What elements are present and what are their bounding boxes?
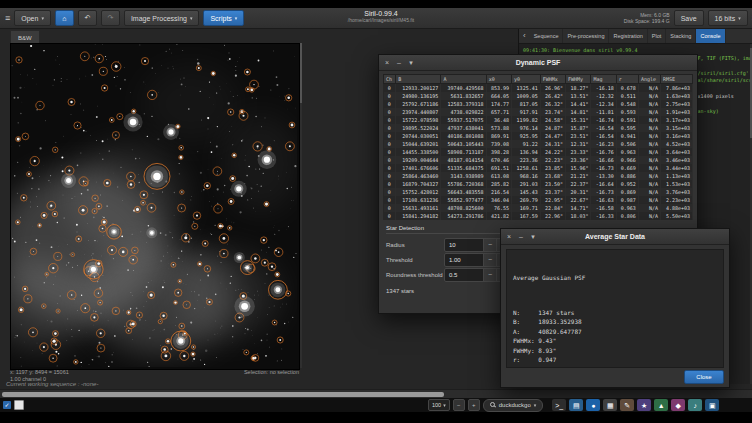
avg-field: B: 18933.352938 — [513, 317, 717, 327]
table-row[interactable]: 015722.07859855937.51707536.481199.8224.… — [384, 116, 693, 124]
dynamic-psf-titlebar[interactable]: × – ▾ Dynamic PSF — [379, 55, 697, 71]
dynamic-psf-title: Dynamic PSF — [379, 59, 697, 66]
column-header[interactable]: A — [441, 75, 486, 84]
files-icon[interactable]: ▤ — [569, 399, 583, 411]
apps-grid-icon[interactable]: ▦ — [603, 399, 617, 411]
show-desktop-icon[interactable]: ▣ — [705, 399, 719, 411]
window-menu-icon[interactable]: ▾ — [407, 59, 415, 66]
roundness-decrement-button[interactable]: − — [483, 269, 496, 281]
radius-value[interactable]: 10 — [445, 239, 483, 251]
minimize-icon[interactable]: – — [395, 59, 403, 66]
avg-field: A: 40829.647787 — [513, 327, 717, 337]
column-header[interactable]: Angle — [638, 75, 660, 84]
taskbar-search[interactable]: duckduckgo ▾ — [483, 399, 544, 412]
tab-console[interactable]: Console — [696, 28, 725, 43]
zoom-out-button[interactable]: − — [453, 399, 465, 411]
column-header[interactable]: FWHMy — [566, 75, 591, 84]
table-row[interactable]: 014455.33850058908.713187398.28136.9424.… — [384, 148, 693, 156]
taskbar-icons: >_▤●▦✎★▲◆♪▣ — [552, 399, 719, 411]
average-star-data-titlebar[interactable]: × – ▾ Average Star Data — [501, 229, 729, 245]
table-row[interactable]: 017108.63123655852.977477346.04269.7922.… — [384, 196, 693, 204]
column-header[interactable]: y0 — [512, 75, 541, 84]
channel-tab-bw[interactable]: B&W — [10, 30, 40, 44]
column-header[interactable]: Mag — [591, 75, 616, 84]
photos-icon[interactable]: ◆ — [671, 399, 685, 411]
average-star-data-body: Average Gaussian PSF N: 1347 starsB: 189… — [506, 249, 724, 368]
preview-checkbox-checked[interactable]: ✓ — [3, 401, 11, 409]
zoom-in-button[interactable]: + — [468, 399, 480, 411]
starfield-image[interactable] — [11, 44, 297, 367]
roundness-value[interactable]: 0.5 — [445, 269, 483, 281]
column-header[interactable]: r — [616, 75, 638, 84]
table-row[interactable]: 020744.03005140186.801088869.91925.9524.… — [384, 132, 693, 140]
terminal-icon[interactable]: >_ — [552, 399, 566, 411]
chart-icon[interactable]: ▲ — [654, 399, 668, 411]
redo-button[interactable]: ↷ — [101, 10, 120, 26]
table-row[interactable]: 023974.4408074738.029822657.71917.9123.7… — [384, 108, 693, 116]
siril-icon[interactable]: ★ — [637, 399, 651, 411]
chevron-down-icon: ▾ — [235, 15, 238, 21]
save-button-label: Save — [681, 15, 697, 22]
disk-info: Disk Space: 199.4 G — [624, 18, 670, 24]
column-header[interactable]: x0 — [486, 75, 511, 84]
column-header[interactable]: FWHMx — [540, 75, 565, 84]
zoom-entry[interactable]: 100 ▾ — [428, 399, 450, 411]
table-row[interactable]: 016879.70432755786.720368285.82291.0323.… — [384, 180, 693, 188]
channel-tab-label: B&W — [18, 35, 32, 41]
threshold-value[interactable]: 1.00 — [445, 254, 483, 266]
close-button[interactable]: Close — [684, 370, 724, 384]
image-processing-menu-button[interactable]: Image Processing ▾ — [124, 10, 200, 26]
table-row[interactable]: 017401.67660651335.684375691.511258.6123… — [384, 164, 693, 172]
open-button[interactable]: Open ▾ — [14, 10, 51, 26]
table-row[interactable]: 024980.1361955631.832657664.051009.0526.… — [384, 92, 693, 100]
close-icon[interactable]: × — [505, 233, 513, 240]
radius-decrement-button[interactable]: − — [483, 239, 496, 251]
scripts-menu-button[interactable]: Scripts ▾ — [203, 10, 244, 26]
avg-field: Angle: 0.00 deg — [513, 365, 717, 369]
column-header[interactable]: RMSE — [660, 75, 692, 84]
undo-icon: ↶ — [84, 14, 90, 22]
music-icon[interactable]: ♪ — [688, 399, 702, 411]
working-sequence-status: Current working sequence : -none- — [6, 381, 98, 387]
back-arrow-icon[interactable]: ‹ — [519, 28, 530, 43]
browser-icon[interactable]: ● — [586, 399, 600, 411]
column-header[interactable]: B — [396, 75, 441, 84]
table-row[interactable]: 015631.49316148708.82560076.55169.7122.8… — [384, 204, 693, 212]
search-icon — [490, 402, 496, 408]
chevron-down-icon: ▾ — [534, 402, 537, 408]
table-row[interactable]: 012933.20012739740.429568853.991325.4126… — [384, 84, 693, 93]
table-row[interactable]: 025864.4634603143.938989613.08968.1623.6… — [384, 172, 693, 180]
close-icon[interactable]: × — [383, 59, 391, 66]
image-viewport[interactable] — [10, 43, 300, 370]
tab-pre-processing[interactable]: Pre-processing — [563, 28, 609, 43]
window-menu-icon[interactable]: ▾ — [529, 233, 537, 240]
gimp-icon[interactable]: ✎ — [620, 399, 634, 411]
home-button[interactable]: ⌂ — [55, 10, 74, 26]
table-row[interactable]: 019209.00464448187.014154670.46223.3622.… — [384, 156, 693, 164]
bit-depth-label: 16 bits — [715, 15, 736, 22]
tab-plot[interactable]: Plot — [648, 28, 666, 43]
home-icon: ⌂ — [62, 15, 66, 22]
bit-depth-dropdown[interactable]: 16 bits ▾ — [708, 10, 748, 26]
tab-stacking[interactable]: Stacking — [666, 28, 696, 43]
undo-button[interactable]: ↶ — [78, 10, 97, 26]
table-row[interactable]: 015841.29418254273.291786421.82167.5922.… — [384, 212, 693, 220]
column-header[interactable]: Ch — [384, 75, 396, 84]
minimize-icon[interactable]: – — [517, 233, 525, 240]
table-row[interactable]: 015044.63920150643.105443739.0891.2224.3… — [384, 140, 693, 148]
tab-sequence[interactable]: Sequence — [530, 28, 564, 43]
avg-field: FWHMx: 9.43" — [513, 336, 717, 346]
chevron-down-icon: ▾ — [738, 15, 741, 21]
threshold-decrement-button[interactable]: − — [483, 254, 496, 266]
table-row[interactable]: 015752.42801256643.483558216.54145.4323.… — [384, 188, 693, 196]
tab-registration[interactable]: Registration — [609, 28, 647, 43]
avg-fields: N: 1347 starsB: 18933.352938A: 40829.647… — [513, 308, 717, 369]
hamburger-icon[interactable]: ≡ — [5, 13, 10, 23]
save-button[interactable]: Save — [674, 10, 704, 26]
table-row[interactable]: 019895.52202447937.638041573.88976.1424.… — [384, 124, 693, 132]
preview-checkbox-empty[interactable] — [14, 400, 24, 410]
average-star-data-window: × – ▾ Average Star Data Average Gaussian… — [500, 228, 730, 388]
scripts-label: Scripts — [210, 15, 231, 22]
screen: { "colors": {"accent": "#2a67ab", "ring"… — [0, 0, 752, 423]
table-row[interactable]: 025792.67118612583.379318174.77817.0526.… — [384, 100, 693, 108]
